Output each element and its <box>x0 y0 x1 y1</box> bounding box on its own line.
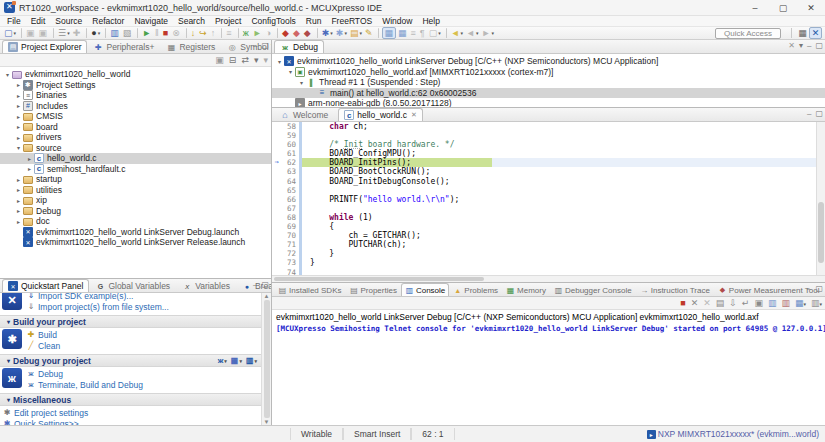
misc-section-header[interactable]: ▾ Miscellaneous <box>0 393 261 406</box>
maximize-view-icon[interactable]: ▢ <box>815 41 823 50</box>
view-tab[interactable]: Global Variables <box>89 279 176 292</box>
flash-programmer-icon[interactable]: ▥ <box>109 27 121 39</box>
view-tab[interactable]: Memory <box>502 283 550 296</box>
save-all-icon[interactable]: ▣ <box>38 27 50 39</box>
debug-dropdown-icon[interactable]: ж▾ <box>218 356 227 365</box>
menu-item[interactable]: Project <box>210 16 246 26</box>
quickstart-scrollbar[interactable]: ▲ ▼ <box>261 293 271 425</box>
toolbar-separator[interactable] <box>105 28 106 38</box>
quick-settings-link[interactable]: ✱Quick Settings>> <box>2 418 259 425</box>
run-icon[interactable]: ► <box>252 27 264 39</box>
minimize-view-icon[interactable]: ‒ <box>253 280 257 289</box>
view-tab[interactable]: Variables <box>176 279 236 292</box>
menu-item[interactable]: FreeRTOS <box>326 16 377 26</box>
editor-vertical-scrollbar[interactable] <box>816 122 825 275</box>
toolbar-separator[interactable] <box>378 28 379 38</box>
trace-config-icon[interactable]: ◆ <box>292 27 302 39</box>
view-tab[interactable]: Project Explorer <box>2 40 87 53</box>
view-tab[interactable]: Properties <box>345 283 400 296</box>
scrollbar-thumb[interactable] <box>264 300 270 418</box>
view-tab[interactable]: Quickstart Panel <box>2 279 89 292</box>
build-link[interactable]: ✚Build <box>26 329 60 340</box>
toolbar-separator[interactable] <box>446 28 447 38</box>
flash-dropdown-icon[interactable]: ▥▾ <box>246 356 257 365</box>
view-tab[interactable]: Registers <box>160 40 221 53</box>
minimize-view-icon[interactable]: ‒ <box>807 284 811 293</box>
terminate-icon[interactable]: ■ <box>162 27 170 39</box>
scroll-lock-icon[interactable]: ⇩ <box>729 298 737 308</box>
view-tab[interactable]: Instruction Trace <box>636 283 714 296</box>
scrollbar-thumb[interactable] <box>274 277 484 281</box>
build-icon[interactable]: ☰▾ <box>57 27 71 39</box>
peripheral-view-icon[interactable]: ▦ <box>397 27 409 39</box>
toolbar-separator[interactable] <box>21 28 22 38</box>
step-over-icon[interactable]: ↪ <box>198 27 209 39</box>
view-tab[interactable]: Peripherals+ <box>87 40 160 53</box>
last-edit-location-icon[interactable]: ◄▾ <box>450 27 464 39</box>
minimize-view-icon[interactable]: ‒ <box>253 41 257 50</box>
focus-active-task-icon[interactable]: ▣ <box>215 55 224 65</box>
step-into-icon[interactable]: ↓ <box>190 27 198 39</box>
tree-row[interactable]: ▸ CMSIS <box>0 111 271 122</box>
maximize-view-icon[interactable]: ▢ <box>815 109 823 118</box>
maximize-view-icon[interactable]: ▢ <box>815 284 823 293</box>
back-icon[interactable]: ◄▾ <box>465 27 479 39</box>
remove-all-launches-icon[interactable]: ✕ <box>703 298 711 308</box>
tree-row[interactable]: arm-none-eabi-gdb (8.0.50.20171128) <box>272 98 825 107</box>
maximize-view-icon[interactable]: ▢ <box>261 41 269 50</box>
console-output[interactable]: evkmimxrt1020_hello_world LinkServer Deb… <box>272 310 825 425</box>
remove-launch-icon[interactable]: ✕ <box>691 298 699 308</box>
tab-debug[interactable]: Debug <box>274 40 324 53</box>
close-button[interactable]: ✕ <box>797 0 825 15</box>
menu-item[interactable]: ConfigTools <box>246 16 300 26</box>
open-resource-icon[interactable]: ▤▾ <box>349 27 363 39</box>
tree-row[interactable]: ▸ Binaries <box>0 90 271 101</box>
pins-tool-icon[interactable]: ✱▾ <box>335 27 348 39</box>
toolbar-separator[interactable] <box>221 28 222 38</box>
overflow-icon[interactable]: ▾ <box>263 55 268 65</box>
menu-item[interactable]: Edit <box>26 16 51 26</box>
edit-config-icon[interactable]: ✎ <box>364 27 375 39</box>
editor-horizontal-scrollbar[interactable] <box>272 275 825 282</box>
show-whitespace-icon[interactable]: ¶ <box>419 27 427 39</box>
tree-row[interactable]: ▸ hello_world.c <box>0 153 271 164</box>
save-icon[interactable]: ▣ <box>25 27 37 39</box>
pin-view-icon[interactable]: ▦ <box>382 27 396 39</box>
twistie-icon[interactable]: ▸ <box>14 102 23 109</box>
menu-item[interactable]: Window <box>377 16 417 26</box>
new-wizard-icon[interactable]: ▢▾ <box>3 27 17 39</box>
instruction-stepping-icon[interactable]: ≡ <box>225 27 233 39</box>
toolbar-separator[interactable] <box>53 28 54 38</box>
line-number[interactable]: 58 <box>281 122 299 131</box>
twistie-icon[interactable]: ▾ <box>297 79 306 86</box>
tree-row[interactable]: ▸ board <box>0 122 271 133</box>
show-on-stdout-icon[interactable]: ▥ <box>768 298 777 308</box>
tree-row[interactable]: ▾ evkmimxrt1020_hello_world LinkServer D… <box>272 56 825 67</box>
tree-row[interactable]: ▾ source <box>0 143 271 154</box>
tree-row[interactable]: ▸ semihost_hardfault.c <box>0 164 271 175</box>
suspend-icon[interactable]: ‖ <box>154 27 161 39</box>
clean-link[interactable]: ╱Clean <box>26 340 60 351</box>
twistie-icon[interactable]: ▸ <box>14 92 23 99</box>
build-section-header[interactable]: ▾ Build your project <box>0 315 261 328</box>
menu-item[interactable]: Run <box>301 16 327 26</box>
line-number[interactable]: 66 <box>281 195 299 204</box>
target-device-status[interactable]: NXP MIMXRT1021xxxxx* (evkmim...world) <box>647 429 825 439</box>
open-console-icon[interactable]: ▦▾ <box>795 298 806 308</box>
tree-row[interactable]: ▸ Project Settings <box>0 80 271 91</box>
minimize-view-icon[interactable]: ‒ <box>807 109 811 118</box>
line-number[interactable]: 59 <box>281 131 299 140</box>
twistie-icon[interactable]: ▾ <box>3 71 12 78</box>
editor-tab[interactable]: Welcome <box>274 108 338 121</box>
resume-icon[interactable]: ► <box>141 27 153 39</box>
open-perspective-icon[interactable]: ▦ <box>796 27 809 39</box>
trace-icon[interactable]: ◆ <box>281 27 291 39</box>
line-number[interactable]: 71 <box>281 240 299 249</box>
line-number[interactable]: 63 <box>281 167 299 176</box>
profile-icon[interactable]: ◑ <box>265 27 273 39</box>
line-number[interactable]: 69 <box>281 222 299 231</box>
maximize-button[interactable]: ▢ <box>769 0 797 15</box>
line-number[interactable]: 60 <box>281 140 299 149</box>
close-tab-icon[interactable]: ✕ <box>411 111 417 119</box>
import-sdk-examples-link[interactable]: ⇓Import SDK example(s)... <box>26 293 169 301</box>
